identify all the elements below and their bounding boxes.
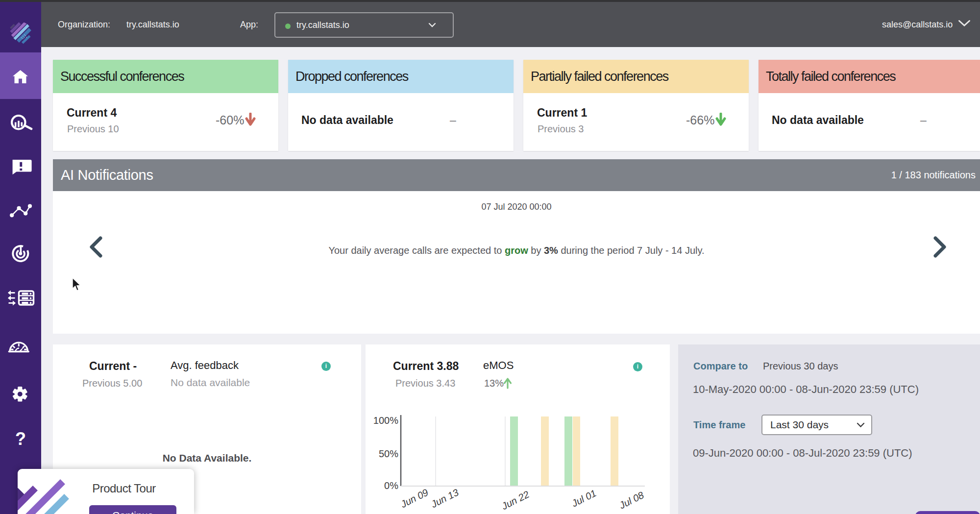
svg-text:Jun 13: Jun 13	[429, 487, 460, 510]
svg-text:0%: 0%	[384, 480, 398, 491]
svg-text:Jun 22: Jun 22	[499, 489, 531, 512]
svg-text:100%: 100%	[373, 415, 398, 426]
svg-text:50%: 50%	[379, 448, 398, 459]
svg-text:Jul 01: Jul 01	[569, 488, 598, 509]
svg-text:Jul 08: Jul 08	[617, 490, 645, 511]
svg-text:Jun 09: Jun 09	[398, 487, 430, 510]
